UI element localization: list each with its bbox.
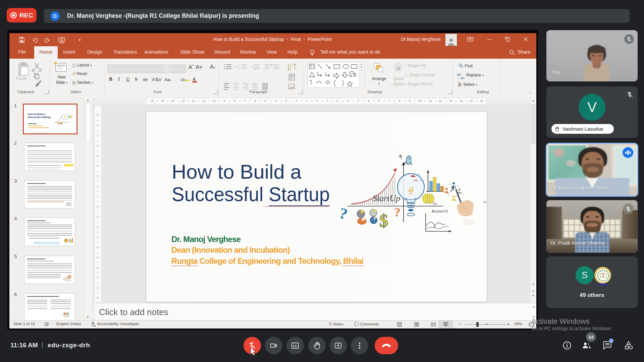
svg-text:Vis: Vis [432,201,437,206]
svg-text:tion: tion [483,200,487,204]
svg-text:?: ? [337,204,349,223]
svg-text:StartUp: StartUp [373,193,400,203]
svg-text:$: $ [379,211,388,230]
svg-text:CC: CC [293,344,297,348]
svg-text:?: ? [394,205,400,219]
svg-text:Research: Research [431,208,448,214]
